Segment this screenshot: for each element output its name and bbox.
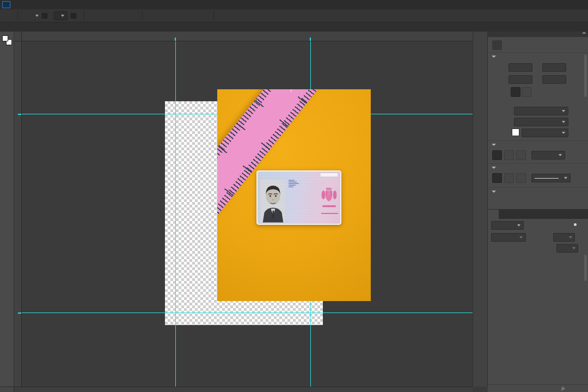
chevron-down-icon — [492, 56, 496, 58]
clear-guides-button[interactable] — [516, 173, 526, 183]
card-field-label — [289, 180, 295, 181]
divider — [213, 11, 214, 20]
fill-swatch[interactable] — [512, 128, 519, 136]
landscape-orientation-button[interactable] — [522, 87, 531, 97]
properties-scrollbar[interactable] — [584, 54, 587, 97]
toggle-rulers-button[interactable] — [492, 150, 502, 160]
document-tab-bar — [0, 22, 588, 32]
3d-orbit-icon — [222, 11, 231, 21]
home-icon[interactable] — [3, 11, 13, 21]
canvas-section-header[interactable] — [488, 56, 499, 58]
chevron-down-icon — [61, 15, 64, 17]
guide-style-dropdown[interactable] — [531, 174, 571, 182]
auto-select-dropdown[interactable] — [54, 11, 68, 20]
portrait-orientation-button[interactable] — [511, 87, 520, 97]
quick-actions-section-header[interactable] — [488, 191, 499, 193]
y-field[interactable] — [542, 75, 566, 84]
layer-style-icon[interactable]: fx — [561, 386, 565, 391]
chevron-down-icon — [492, 191, 496, 193]
units-dropdown[interactable] — [531, 151, 565, 160]
horizontal-guide[interactable] — [22, 313, 473, 313]
lock-guides-button[interactable] — [504, 173, 514, 183]
distribute-center-v-icon[interactable] — [186, 11, 196, 21]
status-stub — [0, 387, 14, 392]
layer-filter-dropdown[interactable] — [491, 221, 524, 230]
chevron-down-icon — [492, 167, 496, 169]
card-portrait — [260, 179, 286, 223]
tab-layers[interactable] — [488, 210, 499, 219]
vertical-ruler[interactable] — [14, 41, 22, 387]
card-signature-note — [321, 212, 338, 214]
align-left-icon[interactable] — [89, 11, 99, 21]
photoshop-window: « » — [0, 0, 588, 392]
foreground-background-swatches[interactable] — [2, 35, 12, 45]
workspace-switcher-icon[interactable] — [574, 11, 584, 21]
align-center-icon[interactable] — [102, 11, 112, 21]
id-card — [256, 170, 341, 225]
photo-layer — [217, 89, 371, 301]
toggle-grid-button[interactable] — [504, 150, 514, 160]
3d-camera-icon — [274, 11, 284, 21]
blend-mode-dropdown — [491, 233, 526, 242]
chevron-down-icon — [492, 144, 496, 146]
toggle-guides-button[interactable] — [492, 173, 502, 183]
card-field-label — [289, 183, 299, 185]
right-panel: ≡ — [488, 32, 588, 387]
divider — [17, 11, 18, 20]
align-top-icon[interactable] — [128, 11, 138, 21]
color-mode-dropdown[interactable] — [514, 107, 568, 115]
layers-tab-bar: ≡ — [488, 209, 588, 219]
collapsed-panels-strip — [473, 32, 488, 387]
3d-roll-icon — [235, 11, 244, 21]
screen-mode-button[interactable] — [1, 60, 13, 70]
auto-select-checkbox[interactable] — [42, 13, 47, 19]
guide-marker — [310, 38, 311, 41]
divider — [142, 11, 143, 20]
3d-pan-icon — [248, 11, 258, 21]
ruler-corner[interactable] — [14, 32, 22, 41]
card-field-label — [289, 182, 297, 183]
opacity-field — [553, 233, 575, 242]
options-bar — [0, 9, 588, 22]
guide-marker — [18, 313, 21, 314]
width-field[interactable] — [509, 63, 532, 72]
more-options-icon[interactable] — [199, 11, 209, 21]
photoshop-logo — [2, 1, 10, 8]
horizontal-ruler[interactable] — [22, 32, 473, 41]
guide-marker — [18, 114, 21, 115]
x-field[interactable] — [542, 63, 566, 72]
3d-slide-icon — [261, 11, 271, 21]
move-tool-icon[interactable] — [22, 11, 32, 21]
chevron-down-icon — [35, 15, 39, 17]
document-properties-button[interactable] — [492, 40, 502, 50]
align-right-icon[interactable] — [115, 11, 125, 21]
distribute-vertical-icon[interactable] — [147, 11, 157, 21]
bit-depth-dropdown[interactable] — [514, 118, 568, 126]
card-number — [320, 173, 338, 177]
tool-bar — [0, 32, 14, 387]
show-transform-checkbox[interactable] — [71, 13, 76, 19]
divider — [84, 11, 84, 20]
canvas-viewport[interactable] — [22, 41, 473, 387]
foreground-color-swatch[interactable] — [2, 35, 8, 41]
filter-toggle-icon[interactable] — [574, 223, 577, 226]
card-field-label — [289, 187, 293, 188]
card-field-label — [289, 185, 296, 186]
guide-marker — [175, 38, 176, 41]
fill-dropdown[interactable] — [522, 128, 568, 137]
distribute-center-h-icon[interactable] — [173, 11, 183, 21]
menu-bar — [0, 0, 588, 9]
vertical-guide[interactable] — [175, 41, 176, 387]
grid-settings-button[interactable] — [516, 150, 526, 160]
card-crest — [321, 186, 337, 211]
height-field[interactable] — [509, 75, 532, 84]
layers-scrollbar[interactable] — [584, 255, 587, 281]
layers-list — [488, 252, 588, 384]
guides-section-header[interactable] — [488, 167, 499, 169]
distribute-horizontal-icon[interactable] — [160, 11, 170, 21]
status-bar — [0, 387, 473, 392]
layers-bottom-bar: fx — [488, 384, 588, 392]
quick-mask-button[interactable] — [1, 50, 13, 59]
rulers-grids-section-header[interactable] — [488, 144, 499, 146]
